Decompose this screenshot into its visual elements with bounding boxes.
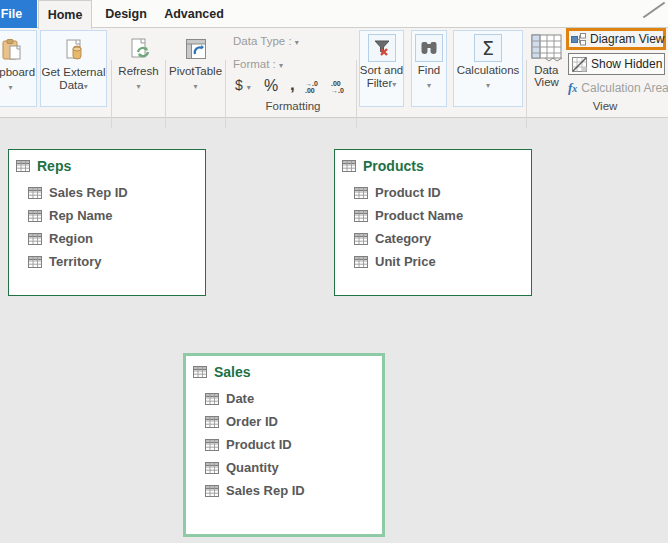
group-separator <box>225 60 226 128</box>
calculations-button[interactable]: Σ Calculations <box>453 30 523 107</box>
diagram-canvas[interactable]: Reps Sales Rep ID Rep Name Region Terri <box>0 119 668 543</box>
tab-design[interactable]: Design <box>100 0 152 28</box>
field-icon <box>205 485 219 497</box>
dropdown-caret-icon <box>295 35 299 47</box>
field-item[interactable]: Region <box>9 227 205 250</box>
comma-format-button[interactable]: , <box>290 75 295 95</box>
field-label: Order ID <box>226 414 278 429</box>
format-dropdown[interactable]: Format : <box>233 58 283 70</box>
powerpivot-window: File Home Design Advanced Clipboard <box>0 0 668 543</box>
dropdown-caret-icon <box>279 58 283 70</box>
table-icon <box>193 366 207 378</box>
field-list: Date Order ID Product ID Quantity Sales … <box>186 387 382 502</box>
field-label: Sales Rep ID <box>226 483 305 498</box>
clipboard-button[interactable]: Clipboard <box>0 30 37 107</box>
table-node-products[interactable]: Products Product ID Product Name Categor… <box>334 149 532 296</box>
blue-arrow-icon: → <box>331 87 338 94</box>
field-item[interactable]: Sales Rep ID <box>9 181 205 204</box>
field-item[interactable]: Territory <box>9 250 205 273</box>
table-node-reps[interactable]: Reps Sales Rep ID Rep Name Region Terri <box>8 149 206 296</box>
data-type-dropdown[interactable]: Data Type : <box>233 35 299 47</box>
pivottable-button[interactable]: PivotTable <box>168 30 223 107</box>
get-external-data-button[interactable]: Get External Data <box>40 30 107 107</box>
fx-icon: fx <box>568 80 577 96</box>
find-button[interactable]: Find <box>411 30 447 107</box>
field-icon <box>28 233 42 245</box>
view-group-label: View <box>555 100 655 112</box>
currency-format-button[interactable]: $ <box>235 77 251 93</box>
data-view-icon <box>531 34 562 64</box>
clipboard-icon <box>0 36 23 64</box>
field-label: Region <box>49 231 93 246</box>
get-external-data-label: Get External Data <box>42 66 106 93</box>
dropdown-caret-icon <box>84 79 88 93</box>
calculations-label: Calculations <box>457 64 520 77</box>
pivottable-icon <box>184 35 208 63</box>
dropdown-caret-icon <box>193 79 197 91</box>
field-item[interactable]: Product Name <box>335 204 531 227</box>
dropdown-caret-icon <box>8 80 12 92</box>
table-title-row[interactable]: Sales <box>186 356 382 380</box>
field-icon <box>205 416 219 428</box>
field-label: Territory <box>49 254 102 269</box>
sort-and-filter-button[interactable]: Sort and Filter <box>359 30 404 107</box>
field-item[interactable]: Date <box>186 387 382 410</box>
formatting-group-label: Formatting <box>233 100 353 112</box>
increase-decimal-button[interactable]: →.0 .00 <box>305 80 318 94</box>
field-item[interactable]: Category <box>335 227 531 250</box>
decrease-decimal-button[interactable]: .00 →.0 <box>331 80 344 94</box>
field-label: Product ID <box>375 185 441 200</box>
tab-file[interactable]: File <box>0 0 37 28</box>
sigma-icon: Σ <box>474 34 502 62</box>
field-item[interactable]: Quantity <box>186 456 382 479</box>
tab-home[interactable]: Home <box>38 0 92 29</box>
ribbon-home: Clipboard Get External Data <box>0 28 668 118</box>
table-title-row[interactable]: Reps <box>9 150 205 174</box>
table-icon <box>342 160 356 172</box>
field-item[interactable]: Rep Name <box>9 204 205 227</box>
field-item[interactable]: Unit Price <box>335 250 531 273</box>
get-external-data-icon <box>62 36 86 64</box>
calculation-area-label: Calculation Area <box>581 81 668 95</box>
field-label: Product ID <box>226 437 292 452</box>
field-item[interactable]: Product ID <box>186 433 382 456</box>
field-list: Sales Rep ID Rep Name Region Territory <box>9 181 205 273</box>
table-name: Products <box>363 158 424 174</box>
dropdown-caret-icon <box>392 77 396 91</box>
field-label: Category <box>375 231 431 246</box>
clipboard-label: Clipboard <box>0 66 35 79</box>
tab-advanced[interactable]: Advanced <box>160 0 228 28</box>
table-name: Reps <box>37 158 71 174</box>
ribbon-tab-bar: File Home Design Advanced <box>0 0 668 28</box>
refresh-button[interactable]: Refresh <box>114 30 163 107</box>
field-icon <box>28 187 42 199</box>
dropdown-caret-icon <box>247 77 251 93</box>
field-label: Rep Name <box>49 208 113 223</box>
dropdown-caret-icon <box>136 79 140 91</box>
percent-format-button[interactable]: % <box>264 77 278 95</box>
field-icon <box>354 233 368 245</box>
show-hidden-label: Show Hidden <box>591 57 662 71</box>
field-icon <box>205 439 219 451</box>
refresh-icon <box>127 35 151 63</box>
find-label: Find <box>418 64 440 77</box>
data-view-button[interactable]: Data View <box>528 30 565 107</box>
table-title-row[interactable]: Products <box>335 150 531 174</box>
group-separator <box>526 60 527 128</box>
diagram-view-button[interactable]: Diagram View <box>566 28 666 50</box>
show-hidden-button[interactable]: Show Hidden <box>568 53 665 75</box>
show-hidden-icon <box>572 57 587 72</box>
field-label: Quantity <box>226 460 279 475</box>
dropdown-caret-icon <box>486 78 490 90</box>
field-label: Product Name <box>375 208 463 223</box>
field-item[interactable]: Sales Rep ID <box>186 479 382 502</box>
field-label: Unit Price <box>375 254 436 269</box>
table-node-sales[interactable]: Sales Date Order ID Product ID Quantity <box>183 353 385 537</box>
field-icon <box>28 210 42 222</box>
sort-and-filter-label: Sort and Filter <box>360 64 403 91</box>
field-item[interactable]: Order ID <box>186 410 382 433</box>
refresh-label: Refresh <box>118 65 158 78</box>
annotation-arrow-line <box>643 2 665 19</box>
field-item[interactable]: Product ID <box>335 181 531 204</box>
blue-arrow-icon: → <box>305 80 312 87</box>
